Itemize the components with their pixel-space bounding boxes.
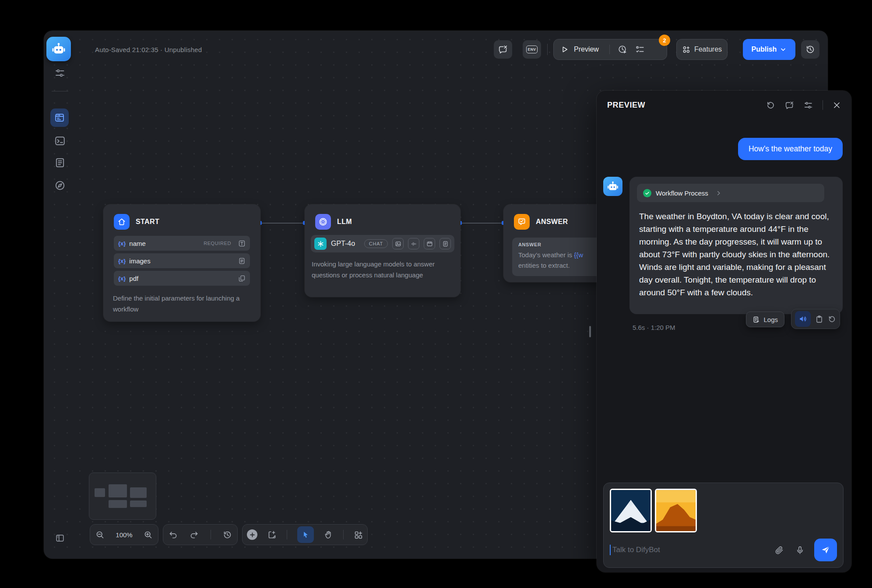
sidebar-item-logs[interactable] xyxy=(54,157,66,168)
required-tag: REQUIRED xyxy=(204,241,231,246)
attach-file-button[interactable] xyxy=(775,546,784,555)
chevron-down-icon xyxy=(780,46,787,53)
panel-resize-handle[interactable] xyxy=(589,326,591,337)
chat-input-card[interactable]: Talk to DifyBot xyxy=(603,483,844,568)
zoom-level[interactable]: 100% xyxy=(116,531,132,539)
close-icon xyxy=(833,101,841,109)
preview-title: PREVIEW xyxy=(607,101,645,110)
node-title: ANSWER xyxy=(536,218,568,226)
chat-area: How's the weather today Workflow Process xyxy=(597,119,851,331)
undo-button[interactable] xyxy=(169,530,178,539)
add-note-button[interactable] xyxy=(267,530,277,539)
node-description: Invoking large language models to answer… xyxy=(305,252,461,289)
checklist-icon xyxy=(635,45,645,54)
logs-label: Logs xyxy=(763,316,778,323)
home-icon xyxy=(117,217,126,226)
field-name: images xyxy=(129,257,150,265)
version-history-button[interactable] xyxy=(801,40,819,59)
document-list-icon xyxy=(54,157,66,168)
field-name: pdf xyxy=(129,275,138,282)
node-start[interactable]: START {x} name REQUIRED {x} images {x} p… xyxy=(103,204,260,322)
voice-input-button[interactable] xyxy=(795,546,805,555)
attached-image-orange-mountain[interactable] xyxy=(655,489,697,532)
clipboard-icon xyxy=(815,315,823,323)
document-capability-icon xyxy=(440,238,451,249)
sidebar-item-monitoring[interactable] xyxy=(54,180,66,191)
publish-button[interactable]: Publish xyxy=(743,39,795,60)
header-divider xyxy=(823,100,823,110)
add-node-button[interactable] xyxy=(247,529,257,540)
redo-button[interactable] xyxy=(190,530,199,539)
environment-variables-button[interactable]: ENV xyxy=(523,40,541,59)
regenerate-button[interactable] xyxy=(828,315,836,323)
annotation-button[interactable] xyxy=(494,40,512,59)
collapse-sidebar-button[interactable] xyxy=(55,533,65,543)
pointer-mode-button-active[interactable] xyxy=(297,526,314,543)
features-button[interactable]: Features xyxy=(676,39,728,60)
variable-token: {x} xyxy=(118,275,126,282)
start-field-pdf[interactable]: {x} pdf xyxy=(114,271,250,286)
zoom-controls: 100% xyxy=(90,524,158,545)
node-llm[interactable]: LLM GPT-4o CHAT xyxy=(305,204,461,297)
run-history-button[interactable] xyxy=(618,45,627,54)
send-icon xyxy=(820,545,831,555)
chat-input-field[interactable]: Talk to DifyBot xyxy=(612,546,660,554)
checklist-button[interactable] xyxy=(635,45,645,54)
sidebar-divider xyxy=(52,91,68,91)
restart-conversation-button[interactable] xyxy=(766,101,775,110)
model-selector[interactable]: GPT-4o CHAT xyxy=(311,235,454,252)
env-icon: ENV xyxy=(526,46,538,53)
start-field-name[interactable]: {x} name REQUIRED xyxy=(114,236,250,251)
auto-layout-button[interactable] xyxy=(354,530,363,539)
text-input-type-icon xyxy=(238,240,246,247)
canvas-minimap[interactable] xyxy=(89,472,156,520)
zoom-in-button[interactable] xyxy=(144,530,153,539)
send-button[interactable] xyxy=(814,539,837,561)
microphone-icon xyxy=(795,546,805,555)
conversation-settings-button[interactable] xyxy=(804,101,813,110)
hand-mode-button[interactable] xyxy=(324,530,333,539)
copy-button[interactable] xyxy=(815,315,823,323)
answer-bubble-check-icon xyxy=(517,217,526,226)
chat-annotation-icon xyxy=(498,45,508,54)
play-icon xyxy=(561,46,569,53)
openai-provider-icon xyxy=(314,238,327,250)
field-name: name xyxy=(129,240,146,247)
autosave-status: Auto-Saved 21:02:35 · Unpublished xyxy=(95,46,202,53)
preview-button[interactable]: Preview xyxy=(574,46,599,53)
node-title: LLM xyxy=(337,218,352,226)
model-name: GPT-4o xyxy=(331,240,355,248)
robot-icon xyxy=(607,180,619,192)
workflow-process-toggle[interactable]: Workflow Process xyxy=(637,184,824,202)
sidebar-item-orchestrate[interactable] xyxy=(55,68,65,78)
chevron-right-icon xyxy=(715,190,722,196)
pill-divider xyxy=(609,45,610,54)
canvas-tools xyxy=(242,524,368,545)
checklist-count-badge: 2 xyxy=(659,35,670,46)
zoom-out-button[interactable] xyxy=(95,530,105,539)
sidebar-item-terminal[interactable] xyxy=(54,135,66,147)
bot-avatar xyxy=(603,177,622,196)
sidebar-item-workflow-active[interactable] xyxy=(50,108,69,127)
video-capability-icon xyxy=(424,238,435,249)
vision-capability-icon xyxy=(392,238,404,249)
app-logo[interactable] xyxy=(46,37,71,61)
change-history-button[interactable] xyxy=(223,530,232,539)
chat-input-row: Talk to DifyBot xyxy=(610,539,837,561)
edge-llm-answer xyxy=(461,223,503,224)
history-icon xyxy=(805,45,815,54)
annotation-button[interactable] xyxy=(785,101,794,110)
panel-collapse-icon xyxy=(55,533,65,543)
close-preview-button[interactable] xyxy=(833,101,841,109)
run-controls-group: Preview 2 xyxy=(553,39,667,60)
logs-button[interactable]: Logs xyxy=(746,312,784,327)
workflow-window-icon xyxy=(54,112,65,123)
text-to-speech-button-active[interactable] xyxy=(795,311,811,327)
message-toolbar xyxy=(791,309,840,329)
undo-redo-controls xyxy=(163,524,238,545)
start-field-images[interactable]: {x} images xyxy=(114,253,250,268)
attached-image-blue-mountain[interactable] xyxy=(610,489,652,532)
cursor-icon xyxy=(302,531,310,539)
user-message-bubble: How's the weather today xyxy=(738,138,843,160)
text-cursor xyxy=(610,545,611,555)
